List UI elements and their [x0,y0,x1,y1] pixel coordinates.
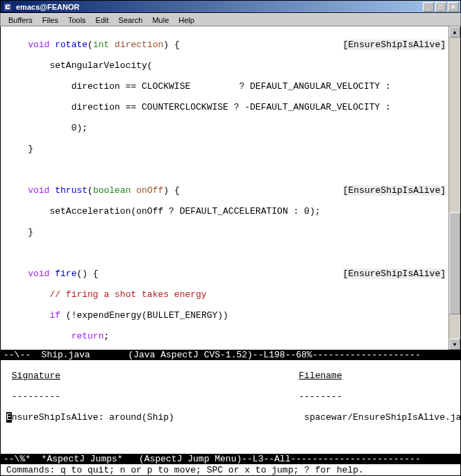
scroll-thumb[interactable] [449,212,460,315]
scroll-down-button[interactable]: ▼ [449,339,460,350]
menu-bar: Buffers Files Tools Edit Search Mule Hel… [0,13,461,26]
vertical-scrollbar[interactable]: ▲ ▼ [449,26,460,350]
menu-mule[interactable]: Mule [147,15,174,26]
menu-edit[interactable]: Edit [91,15,114,26]
mode-line-main: --\-- Ship.java (Java AspectJ CVS-1.52)-… [0,350,461,360]
window-title: emacs@FEANOR [16,3,423,11]
minibuffer[interactable]: Commands: q to quit; n or p to move; SPC… [0,464,461,476]
jump-filename[interactable]: spacewar/EnsureShipIsAlive.ja$ [304,412,461,423]
jump-signature[interactable]: nsureShipIsAlive: around(Ship) [12,412,174,423]
menu-tools[interactable]: Tools [63,15,91,26]
scroll-track[interactable] [449,37,460,339]
advice-annotation: [EnsureShipIsAlive] [343,185,446,196]
title-bar: emacs@FEANOR _ □ × [0,0,461,13]
column-header-filename: Filename [299,371,342,381]
close-button[interactable]: × [448,2,459,12]
code-editor[interactable]: [EnsureShipIsAlive] void rotate(int dire… [1,26,449,350]
advice-annotation: [EnsureShipIsAlive] [343,269,446,279]
window-controls: _ □ × [423,2,459,12]
aspectj-jumps-pane[interactable]: Signature Filename --------- -------- En… [0,360,461,454]
scroll-up-button[interactable]: ▲ [449,26,460,37]
maximize-button[interactable]: □ [435,2,446,12]
svg-rect-0 [4,3,11,10]
mode-line-aspectj: --\%* *AspectJ Jumps* (AspectJ Jump Menu… [0,454,461,464]
app-icon [2,1,13,12]
menu-buffers[interactable]: Buffers [3,15,37,26]
menu-search[interactable]: Search [114,15,148,26]
advice-annotation: [EnsureShipIsAlive] [343,40,446,50]
menu-help[interactable]: Help [174,15,199,26]
cursor: E [6,412,12,423]
menu-files[interactable]: Files [37,15,63,26]
column-header-signature: Signature [12,371,60,381]
minimize-button[interactable]: _ [423,2,434,12]
